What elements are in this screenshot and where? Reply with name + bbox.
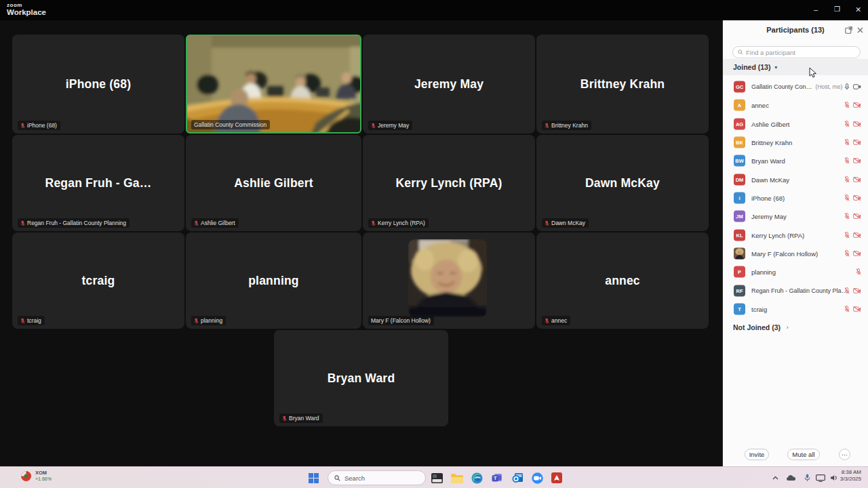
- svg-text:T: T: [493, 475, 496, 481]
